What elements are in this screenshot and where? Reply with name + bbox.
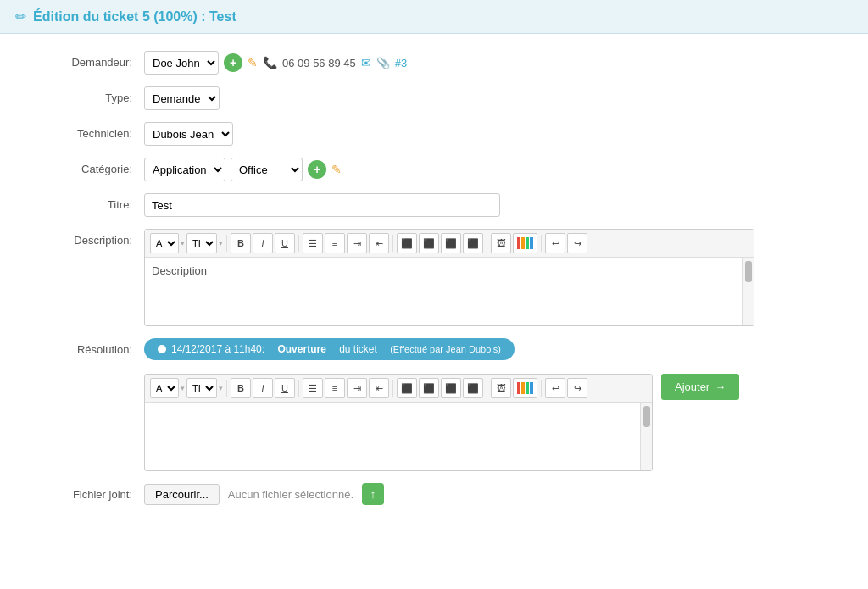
description-text: Description bbox=[152, 264, 207, 277]
demandeur-label: Demandeur: bbox=[25, 51, 144, 69]
res-color-palette-icon bbox=[517, 382, 533, 394]
type-content: Demande Incident Problème bbox=[144, 86, 843, 110]
res-undo-button[interactable]: ↩ bbox=[545, 378, 565, 398]
ajouter-button[interactable]: Ajouter → bbox=[661, 374, 739, 400]
res-size-select[interactable]: TI bbox=[186, 378, 217, 398]
resolution-scrollbar[interactable] bbox=[640, 403, 652, 470]
categorie-add-button[interactable]: + bbox=[308, 160, 326, 179]
desc-size-select[interactable]: TI bbox=[186, 233, 217, 253]
description-row: Description: A ▾ TI ▾ B I U ☰ ≡ bbox=[25, 229, 843, 326]
timeline-author: (Effectué par Jean Dubois) bbox=[390, 344, 501, 354]
description-editor: A ▾ TI ▾ B I U ☰ ≡ ⇥ ⇤ ⬛ bbox=[144, 229, 754, 326]
resolution-content: 14/12/2017 à 11h40: Ouverture du ticket … bbox=[144, 338, 843, 471]
desc-undo-button[interactable]: ↩ bbox=[545, 233, 565, 253]
fichier-label: Fichier joint: bbox=[25, 483, 144, 501]
res-italic-button[interactable]: I bbox=[253, 378, 273, 398]
desc-color-button[interactable] bbox=[513, 233, 537, 253]
res-align-justify-button[interactable]: ⬛ bbox=[463, 378, 483, 398]
res-underline-button[interactable]: U bbox=[275, 378, 295, 398]
phone-info: 📞 06 09 56 89 45 ✉ 📎 #3 bbox=[263, 56, 407, 69]
desc-font-select[interactable]: A bbox=[150, 233, 179, 253]
res-align-right-button[interactable]: ⬛ bbox=[441, 378, 461, 398]
resolution-editor-container: A ▾ TI ▾ B I U ☰ ≡ ⇥ ⇤ bbox=[144, 374, 739, 471]
timeline-dot bbox=[158, 345, 166, 353]
parcourir-button[interactable]: Parcourir... bbox=[144, 484, 220, 505]
type-row: Type: Demande Incident Problème bbox=[25, 86, 843, 110]
desc-indent-button[interactable]: ⇥ bbox=[347, 233, 367, 253]
titre-content bbox=[144, 193, 843, 217]
technicien-label: Technicien: bbox=[25, 122, 144, 140]
desc-align-justify-button[interactable]: ⬛ bbox=[463, 233, 483, 253]
attach-count[interactable]: #3 bbox=[395, 57, 407, 69]
res-indent-button[interactable]: ⇥ bbox=[347, 378, 367, 398]
res-outdent-button[interactable]: ⇤ bbox=[369, 378, 389, 398]
demandeur-select[interactable]: Doe John bbox=[144, 51, 219, 75]
demandeur-add-button[interactable]: + bbox=[224, 53, 242, 72]
type-select[interactable]: Demande Incident Problème bbox=[144, 86, 220, 110]
desc-align-left-button[interactable]: ⬛ bbox=[397, 233, 417, 253]
edit-icon: ✏ bbox=[15, 8, 26, 25]
description-toolbar: A ▾ TI ▾ B I U ☰ ≡ ⇥ ⇤ ⬛ bbox=[145, 230, 754, 258]
phone-icon: 📞 bbox=[263, 56, 277, 69]
paperclip-icon: 📎 bbox=[376, 57, 390, 69]
email-icon[interactable]: ✉ bbox=[361, 56, 371, 69]
ticket-form: Demandeur: Doe John + ✎ 📞 06 09 56 89 45… bbox=[0, 34, 868, 534]
desc-image-button[interactable]: 🖼 bbox=[491, 233, 511, 253]
ajouter-label: Ajouter bbox=[675, 381, 709, 393]
desc-bold-button[interactable]: B bbox=[231, 233, 251, 253]
res-bold-button[interactable]: B bbox=[231, 378, 251, 398]
res-align-left-button[interactable]: ⬛ bbox=[397, 378, 417, 398]
file-input-wrapper: Parcourir... Aucun fichier sélectionné. … bbox=[144, 483, 384, 505]
res-list-ul-button[interactable]: ☰ bbox=[303, 378, 323, 398]
categorie-row: Catégorie: Application Système Réseau Of… bbox=[25, 158, 843, 181]
ajouter-arrow-icon: → bbox=[715, 381, 726, 393]
desc-list-ol-button[interactable]: ≡ bbox=[325, 233, 345, 253]
phone-number: 06 09 56 89 45 bbox=[282, 57, 356, 69]
resolution-row: Résolution: 14/12/2017 à 11h40: Ouvertur… bbox=[25, 338, 843, 471]
resolution-body[interactable] bbox=[145, 403, 652, 470]
page-header: ✏ Édition du ticket 5 (100%) : Test bbox=[0, 0, 868, 34]
description-label: Description: bbox=[25, 229, 144, 247]
categorie-select-2[interactable]: Office Windows Linux bbox=[231, 158, 303, 181]
categorie-select-1[interactable]: Application Système Réseau bbox=[144, 158, 225, 181]
res-redo-button[interactable]: ↪ bbox=[567, 378, 587, 398]
timeline-entry: 14/12/2017 à 11h40: Ouverture du ticket … bbox=[144, 338, 515, 360]
description-scrollbar[interactable] bbox=[742, 258, 754, 325]
timeline-rest: du ticket bbox=[339, 343, 377, 355]
titre-row: Titre: bbox=[25, 193, 843, 217]
res-list-ol-button[interactable]: ≡ bbox=[325, 378, 345, 398]
titre-input[interactable] bbox=[144, 193, 500, 217]
demandeur-row: Demandeur: Doe John + ✎ 📞 06 09 56 89 45… bbox=[25, 51, 843, 75]
demandeur-edit-button[interactable]: ✎ bbox=[248, 56, 258, 69]
categorie-content: Application Système Réseau Office Window… bbox=[144, 158, 843, 181]
desc-list-ul-button[interactable]: ☰ bbox=[303, 233, 323, 253]
res-align-center-button[interactable]: ⬛ bbox=[419, 378, 439, 398]
desc-underline-button[interactable]: U bbox=[275, 233, 295, 253]
desc-outdent-button[interactable]: ⇤ bbox=[369, 233, 389, 253]
fichier-content: Parcourir... Aucun fichier sélectionné. … bbox=[144, 483, 843, 505]
color-palette-icon bbox=[517, 237, 533, 249]
desc-align-right-button[interactable]: ⬛ bbox=[441, 233, 461, 253]
upload-icon: ↑ bbox=[370, 487, 376, 501]
res-image-button[interactable]: 🖼 bbox=[491, 378, 511, 398]
titre-label: Titre: bbox=[25, 193, 144, 211]
resolution-toolbar: A ▾ TI ▾ B I U ☰ ≡ ⇥ ⇤ bbox=[145, 375, 652, 403]
desc-italic-button[interactable]: I bbox=[253, 233, 273, 253]
desc-align-center-button[interactable]: ⬛ bbox=[419, 233, 439, 253]
description-body[interactable]: Description bbox=[145, 258, 754, 325]
page-title: Édition du ticket 5 (100%) : Test bbox=[33, 9, 236, 25]
technicien-content: Dubois Jean Martin Paul bbox=[144, 122, 843, 146]
no-file-text: Aucun fichier sélectionné. bbox=[228, 488, 353, 501]
res-font-select[interactable]: A bbox=[150, 378, 179, 398]
technicien-select[interactable]: Dubois Jean Martin Paul bbox=[144, 122, 233, 146]
demandeur-content: Doe John + ✎ 📞 06 09 56 89 45 ✉ 📎 #3 bbox=[144, 51, 843, 75]
upload-button[interactable]: ↑ bbox=[362, 483, 384, 505]
type-label: Type: bbox=[25, 86, 144, 104]
res-color-button[interactable] bbox=[513, 378, 537, 398]
categorie-edit-button[interactable]: ✎ bbox=[331, 163, 342, 176]
technicien-row: Technicien: Dubois Jean Martin Paul bbox=[25, 122, 843, 146]
fichier-row: Fichier joint: Parcourir... Aucun fichie… bbox=[25, 483, 843, 505]
resolution-editor: A ▾ TI ▾ B I U ☰ ≡ ⇥ ⇤ bbox=[144, 374, 653, 471]
desc-redo-button[interactable]: ↪ bbox=[567, 233, 587, 253]
description-content: A ▾ TI ▾ B I U ☰ ≡ ⇥ ⇤ ⬛ bbox=[144, 229, 843, 326]
